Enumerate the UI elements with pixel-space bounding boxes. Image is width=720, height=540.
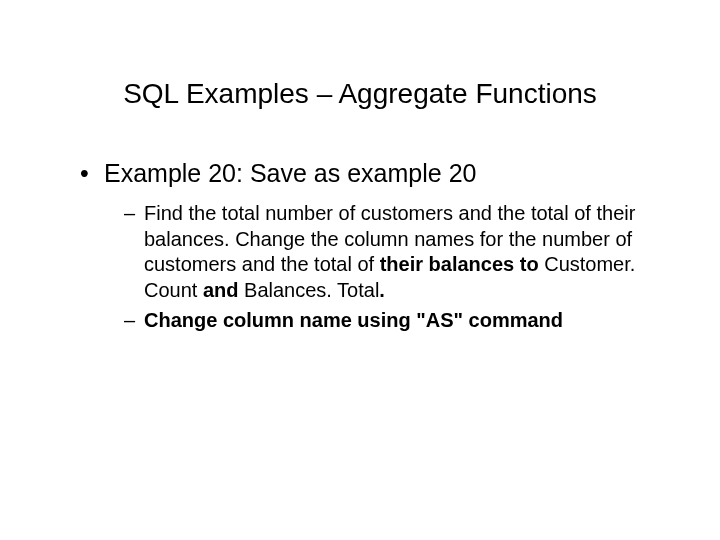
bullet-marker: • bbox=[80, 158, 104, 189]
slide-title: SQL Examples – Aggregate Functions bbox=[40, 78, 680, 110]
sub-bullet-text: Find the total number of customers and t… bbox=[144, 201, 652, 303]
text-part3: Balances. Total bbox=[244, 279, 379, 301]
bullet-level1: •Example 20: Save as example 20 bbox=[80, 158, 680, 189]
text-bold1: their balances to bbox=[380, 253, 545, 275]
bullet-level2-item1: –Find the total number of customers and … bbox=[124, 201, 680, 303]
bullet-text: Example 20: Save as example 20 bbox=[104, 158, 674, 189]
dash-marker: – bbox=[124, 201, 144, 227]
text-bold3: . bbox=[379, 279, 385, 301]
dash-marker: – bbox=[124, 308, 144, 334]
slide-content: SQL Examples – Aggregate Functions •Exam… bbox=[0, 0, 720, 377]
sub-bullet-text-bold: Change column name using "AS" command bbox=[144, 308, 652, 334]
text-bold2: and bbox=[203, 279, 244, 301]
bullet-level2-item2: –Change column name using "AS" command bbox=[124, 308, 680, 334]
